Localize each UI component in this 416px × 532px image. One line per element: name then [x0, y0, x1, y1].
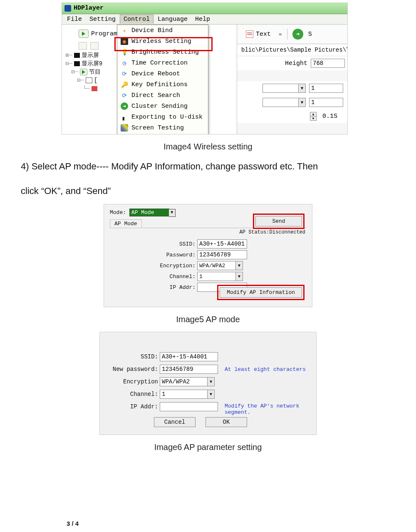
program-button[interactable]: Program	[79, 30, 117, 38]
ip-label: IP Addr:	[108, 403, 158, 410]
body-text: 4) Select AP mode---- Modify AP Informat…	[12, 159, 404, 174]
caption-image6: Image6 AP parameter setting	[12, 443, 404, 452]
ap-mode-window: Mode: AP Mode AP Mode Send AP Status:Dis…	[104, 204, 312, 307]
encryption-label: Encryption:	[137, 263, 196, 269]
menu-item-label: Wireless Setting	[131, 38, 191, 45]
app-logo-icon	[64, 5, 71, 12]
body-text: click “OK”, and “Send”	[12, 184, 404, 198]
toolbar-small	[79, 42, 99, 50]
grid-icon	[121, 124, 128, 132]
caption-image5: Image5 AP mode	[12, 315, 404, 324]
chevron-down-icon: ▼	[207, 378, 214, 386]
encryption-select[interactable]: WPA/WPA2▼	[160, 377, 215, 386]
menu-item-update-device-name[interactable]: ↻Update Device Name	[117, 133, 208, 134]
monitor-icon	[74, 53, 80, 58]
menu-item-exporting-udisk[interactable]: ▖Exporting to U-disk	[117, 112, 208, 122]
menu-language[interactable]: Language	[154, 15, 191, 24]
play-icon	[79, 30, 89, 38]
clock-icon: ◷	[121, 59, 128, 67]
num1-input[interactable]	[309, 84, 343, 93]
menu-item-key-definitions[interactable]: 🔑Key Definitions	[117, 79, 208, 90]
ssid-label: SSID:	[108, 353, 158, 360]
titlebar: HDPlayer	[62, 3, 347, 14]
menu-item-brightness[interactable]: 💡Brightness Setting	[117, 47, 208, 57]
ssid-label: SSID:	[137, 241, 196, 247]
ap-param-window: SSID: New password: EncryptionWPA/WPA2▼ …	[99, 332, 317, 435]
ip-label: IP Addr:	[137, 284, 196, 291]
area-icon	[86, 77, 92, 83]
text-label: Text	[256, 31, 271, 38]
menu-item-label: Device Bind	[131, 27, 173, 34]
device-tree[interactable]: ⊞┈ 显示屏 ⊟┈ 显示屏9 ⊟┈ 节目 ⊟┈ [ └┈	[65, 51, 117, 93]
menu-item-label: Direct Search	[131, 92, 180, 99]
highlight-box: Modify AP Information	[217, 285, 305, 300]
menu-item-time-correction[interactable]: ◷Time Correction	[117, 57, 208, 68]
menu-item-screen-testing[interactable]: Screen Testing	[117, 122, 208, 133]
text-button[interactable]: Text	[243, 29, 274, 39]
spinner[interactable]: ▲▼	[310, 112, 317, 121]
tab-ap-mode[interactable]: AP Mode	[110, 219, 142, 228]
new-password-label: New password:	[108, 366, 158, 373]
menu-help[interactable]: Help	[192, 15, 213, 24]
caption-image4: Image4 Wireless setting	[12, 142, 404, 152]
copy-icon[interactable]	[79, 42, 87, 50]
highlight-box: Send	[253, 214, 305, 229]
password-input[interactable]	[197, 250, 247, 259]
app-title: HDPlayer	[74, 3, 104, 14]
text-icon	[246, 30, 253, 38]
channel-label: Channel:	[108, 391, 158, 398]
bind-icon: ✦	[121, 27, 128, 34]
time-value: 0.1S	[320, 113, 343, 120]
combo-1[interactable]: ▼	[262, 84, 306, 93]
menu-item-device-reboot[interactable]: ⟳Device Reboot	[117, 68, 208, 79]
chevron-down-icon: ▼	[235, 261, 243, 270]
menu-setting[interactable]: Setting	[86, 15, 119, 24]
wifi-icon: ◉	[121, 37, 128, 45]
num2-input[interactable]	[309, 98, 343, 107]
mode-select[interactable]: AP Mode	[129, 209, 169, 216]
hdplayer-window: HDPlayer File Setting Control Language H…	[62, 2, 348, 134]
menu-item-label: Key Definitions	[131, 81, 188, 88]
chevron-icon[interactable]: »	[279, 31, 282, 37]
menu-file[interactable]: File	[64, 15, 85, 24]
tree-item[interactable]: 显示屏9	[82, 60, 102, 68]
go-arrow-icon[interactable]: ➜	[292, 29, 303, 40]
key-icon: 🔑	[121, 81, 128, 88]
menu-control[interactable]: Control	[120, 15, 154, 24]
path-text: blic\Pictures\Sample Pictures\T	[237, 44, 347, 56]
go-label: S	[308, 31, 312, 38]
ok-button[interactable]: OK	[206, 417, 247, 427]
send-button[interactable]: Send	[255, 216, 302, 226]
monitor-icon	[74, 61, 80, 66]
combo-2[interactable]: ▼	[262, 98, 306, 107]
modify-ap-button[interactable]: Modify AP Information	[220, 287, 302, 298]
tree-item[interactable]: 节目	[89, 68, 101, 76]
tree-item[interactable]: [	[94, 76, 97, 85]
channel-label: Channel:	[137, 273, 196, 280]
bulb-icon: 💡	[121, 48, 128, 56]
height-input[interactable]	[311, 59, 345, 68]
menu-item-label: Screen Testing	[131, 124, 184, 132]
hint-ip: Modify the AP's network segment.	[225, 403, 304, 415]
menu-item-cluster-sending[interactable]: ➜Cluster Sending	[117, 101, 208, 112]
new-password-input[interactable]	[160, 365, 218, 374]
reload-icon: ⟳	[121, 70, 128, 77]
ssid-input[interactable]	[160, 352, 218, 361]
menu-item-wireless-setting[interactable]: ◉Wireless Setting	[117, 36, 208, 47]
menubar: File Setting Control Language Help	[62, 14, 347, 25]
reload-icon: ⟳	[121, 92, 128, 99]
hint-password: At least eight characters	[225, 366, 306, 373]
right-pane: Text » ➜ S blic\Pictures\Sample Pictures…	[237, 25, 347, 134]
paste-icon[interactable]	[90, 42, 99, 50]
control-dropdown: ✦Device Bind ◉Wireless Setting 💡Brightne…	[117, 25, 208, 134]
menu-item-direct-search[interactable]: ⟳Direct Search	[117, 90, 208, 101]
ap-status: AP Status:Disconnected	[240, 229, 305, 235]
tree-item[interactable]: 显示屏	[82, 51, 99, 60]
channel-select[interactable]: 1▼	[160, 390, 215, 399]
cancel-button[interactable]: Cancel	[154, 417, 196, 427]
ip-input[interactable]	[160, 402, 218, 411]
ssid-input[interactable]	[197, 239, 247, 249]
menu-item-device-bind[interactable]: ✦Device Bind	[117, 25, 208, 36]
encryption-select[interactable]: WPA/WPA2▼	[197, 261, 243, 270]
channel-select[interactable]: 1▼	[197, 272, 243, 281]
